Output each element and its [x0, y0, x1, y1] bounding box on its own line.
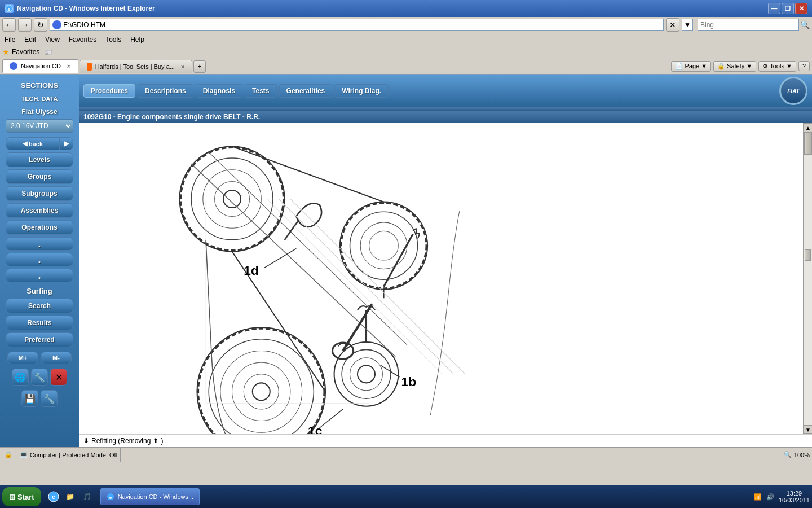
safety-pin [285, 203, 322, 240]
tab-tests[interactable]: Tests [245, 84, 276, 98]
wrench-icon-button[interactable]: 🔧 [41, 390, 58, 407]
refitting-bar: ⬇ Refitting (Removing ⬆ ) [79, 434, 812, 447]
toolbar-right: 📄 Page ▼ 🔒 Safety ▼ ⚙ Tools ▼ ? [671, 61, 810, 72]
forward-button[interactable]: → [18, 18, 32, 32]
memory-minus-button[interactable]: M- [41, 352, 72, 364]
tab-wiring-diag[interactable]: Wiring Diag. [334, 84, 389, 98]
menu-help[interactable]: Help [126, 34, 149, 45]
scroll-thumb[interactable] [804, 132, 812, 155]
dot-button-2[interactable]: . [6, 253, 73, 266]
assemblies-button[interactable]: Assemblies [6, 203, 73, 218]
zoom-text: 100% [794, 452, 810, 458]
address-dropdown[interactable]: ▼ [682, 19, 693, 31]
scroll-handle[interactable] [805, 249, 811, 261]
tools-button[interactable]: ⚙ Tools ▼ [758, 61, 796, 72]
tab-generalities[interactable]: Generalities [279, 84, 333, 98]
bing-search-input[interactable] [698, 19, 799, 31]
groups-button[interactable]: Groups [6, 169, 73, 184]
star-icon: ★ [2, 47, 10, 56]
results-button[interactable]: Results [6, 316, 73, 330]
restore-button[interactable]: ❐ [782, 3, 794, 14]
back-button[interactable]: ← [2, 18, 16, 32]
help-button[interactable]: ? [798, 61, 810, 71]
app-icon: e [5, 4, 14, 13]
levels-button[interactable]: Levels [6, 152, 73, 167]
diagram-scrollbar[interactable]: ▲ ▼ [803, 123, 812, 434]
page-icon: 📄 [675, 63, 683, 70]
page-button[interactable]: 📄 Page ▼ [671, 61, 711, 72]
address-input[interactable]: E:\GDIO.HTM [50, 19, 664, 31]
close-icon-button[interactable]: ✕ [50, 369, 67, 386]
menu-tools[interactable]: Tools [101, 34, 126, 45]
taskbar-app-navigation[interactable]: e Navigation CD - Windows... [100, 488, 200, 505]
refitting-extra: ) [161, 437, 163, 445]
save-icon-button[interactable]: 💾 [21, 390, 38, 407]
search-icon[interactable]: 🔍 [800, 20, 810, 29]
tab-close-2[interactable]: ✕ [180, 64, 185, 70]
tools-label: Tools ▼ [770, 63, 792, 69]
svg-line-29 [285, 220, 299, 240]
back-button-sidebar[interactable]: ◀ back [6, 137, 60, 150]
menu-favorites[interactable]: Favorites [64, 34, 101, 45]
minimize-button[interactable]: — [768, 3, 780, 14]
ie-quicklaunch[interactable]: e [46, 489, 61, 505]
status-right: 🔍 100% [784, 451, 810, 458]
new-tab-button[interactable]: + [193, 60, 206, 73]
svg-point-9 [209, 339, 314, 434]
search-button[interactable]: Search [6, 299, 73, 313]
back-arrow-icon: ◀ [23, 140, 27, 147]
refitting-icon-2: ⬆ [153, 437, 158, 445]
volume-icon: 🔊 [766, 493, 774, 501]
label-1b: 1b [401, 374, 417, 389]
globe-icon-button[interactable]: 🌐 [12, 369, 29, 386]
address-text: E:\GDIO.HTM [63, 21, 105, 29]
start-label: Start [17, 493, 34, 501]
svg-point-19 [341, 203, 426, 288]
svg-text:e: e [52, 494, 55, 500]
tensioner-pulley [334, 306, 399, 406]
tab-icon-1 [10, 62, 17, 70]
preferred-button[interactable]: Preferred [6, 332, 73, 347]
subgroups-button[interactable]: Subgroups [6, 186, 73, 201]
svg-line-33 [279, 199, 453, 374]
title-bar-controls: — ❐ ✕ [768, 3, 807, 14]
start-button[interactable]: ⊞ Start [2, 487, 41, 506]
vehicle-engine-select[interactable]: 2.0 16V JTD [6, 119, 73, 133]
refresh-button[interactable]: ↻ [34, 18, 47, 32]
stop-button[interactable]: ✕ [666, 18, 679, 32]
computer-icon: 💻 [20, 451, 28, 458]
scroll-up-button[interactable]: ▲ [804, 123, 812, 132]
forward-button-sidebar[interactable]: ▶ [60, 137, 73, 150]
close-button[interactable]: ✕ [795, 3, 807, 14]
menu-view[interactable]: View [41, 34, 64, 45]
svg-line-26 [209, 152, 407, 345]
engine-diagram: 1d 1b 1c 1a [79, 123, 502, 434]
status-computer: 💻 Computer | Protected Mode: Off [17, 448, 121, 462]
media-quicklaunch[interactable]: 🎵 [80, 489, 95, 505]
windows-icon: ⊞ [9, 493, 15, 501]
tab-navigation-cd[interactable]: Navigation CD ✕ [2, 59, 78, 73]
memory-button-row: M+ M- [7, 352, 72, 364]
scroll-down-button[interactable]: ▼ [804, 425, 812, 434]
vehicle-label: Fiat Ulysse [21, 108, 57, 116]
dot-button-3[interactable]: . [6, 269, 73, 282]
tools-icon: ⚙ [762, 63, 768, 70]
tab-close-1[interactable]: ✕ [67, 63, 71, 69]
tab-halfords[interactable]: Halfords | Tool Sets | Buy a... ✕ [80, 60, 192, 73]
feeds-item[interactable]: 📰 [44, 48, 52, 56]
zoom-control[interactable]: 🔍 100% [784, 451, 810, 458]
operations-button[interactable]: Operations [6, 220, 73, 235]
tools-icon-button[interactable]: 🔧 [31, 369, 48, 386]
tab-descriptions[interactable]: Descriptions [138, 84, 193, 98]
icon-row-2: 💾 🔧 [21, 390, 58, 407]
tab-procedures[interactable]: Procedures [83, 84, 135, 98]
folder-quicklaunch[interactable]: 📁 [63, 489, 78, 505]
memory-plus-button[interactable]: M+ [7, 352, 38, 364]
favorites-item[interactable]: ★ Favorites [2, 47, 39, 56]
tab-diagnosis[interactable]: Diagnosis [196, 84, 242, 98]
menu-file[interactable]: File [0, 34, 20, 45]
safety-button[interactable]: 🔒 Safety ▼ [713, 61, 756, 72]
menu-edit[interactable]: Edit [20, 34, 41, 45]
dot-button-1[interactable]: . [6, 237, 73, 251]
svg-point-18 [369, 231, 399, 260]
